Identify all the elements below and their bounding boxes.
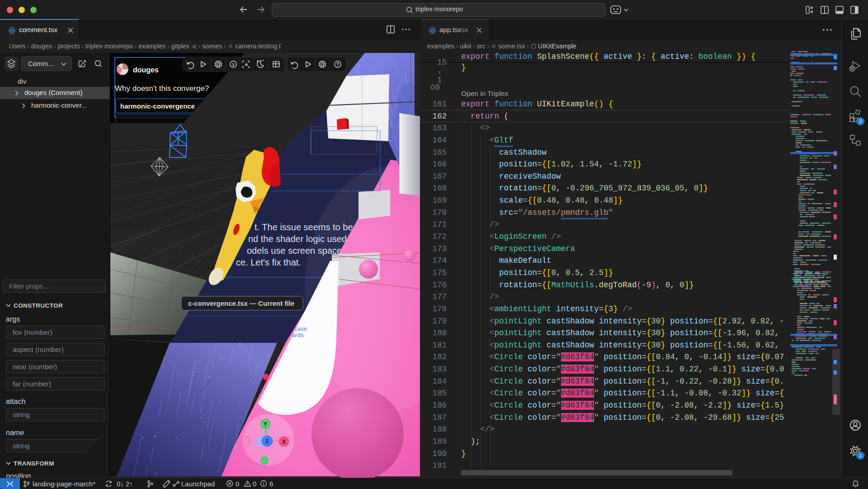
svg-text:Why doesn't this converge?: Why doesn't this converge? [115, 84, 209, 93]
svg-text:X: X [282, 439, 286, 445]
svg-text:ards: ards [292, 332, 304, 338]
svg-text:harmonic-convergence: harmonic-convergence [120, 102, 195, 110]
svg-text:?: ? [336, 62, 339, 67]
svg-text:Z: Z [265, 438, 269, 445]
svg-text:douges: douges [133, 66, 159, 74]
svg-text:case: case [294, 326, 307, 332]
svg-text:2: 2 [232, 62, 234, 67]
svg-text:Y: Y [264, 421, 267, 427]
svg-text:ce. Let's fix that.: ce. Let's fix that. [236, 257, 301, 267]
svg-text:c-convergence.tsx — Current fi: c-convergence.tsx — Current file [188, 299, 294, 307]
